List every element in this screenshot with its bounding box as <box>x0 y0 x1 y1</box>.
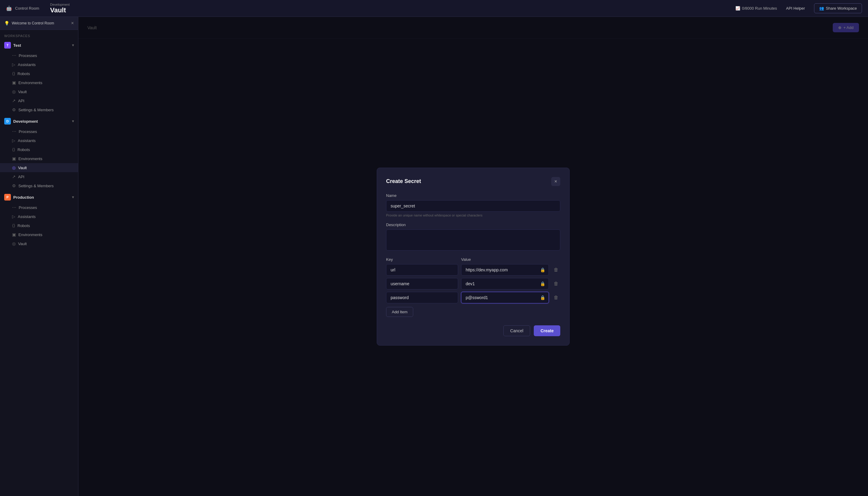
workspace-name-production: Production <box>13 195 69 200</box>
sidebar-item-prod-environments[interactable]: ▣ Environments <box>0 230 78 239</box>
workspace-group-development: D Development ▾ ⋯ Processes ▷ Assistants… <box>0 115 78 190</box>
sidebar-item-dev-processes[interactable]: ⋯ Processes <box>0 127 78 136</box>
chevron-down-icon: ▾ <box>72 195 74 199</box>
key-input-password[interactable] <box>386 292 458 303</box>
add-item-button[interactable]: Add Item <box>386 307 413 317</box>
vault-icon: ◎ <box>12 89 16 94</box>
sidebar-item-prod-robots[interactable]: ⟨⟩ Robots <box>0 221 78 230</box>
name-input[interactable] <box>386 200 560 212</box>
sidebar-item-test-robots[interactable]: ⟨⟩ Robots <box>0 69 78 78</box>
sidebar-item-dev-settings[interactable]: ⚙ Settings & Members <box>0 181 78 190</box>
sidebar-item-label: Assistants <box>18 214 35 219</box>
value-wrapper-url: 🔒 <box>461 264 549 276</box>
chevron-down-icon: ▾ <box>72 119 74 123</box>
notification-text: Welcome to Control Room <box>12 21 69 25</box>
content-area: Vault ⊕ + Add Create Secret × Name Provi… <box>78 17 868 496</box>
modal-overlay[interactable]: Create Secret × Name Provide an unique n… <box>78 17 868 496</box>
lock-icon-password[interactable]: 🔒 <box>540 295 545 300</box>
description-field-group: Description <box>386 222 560 252</box>
value-wrapper-username: 🔒 <box>461 278 549 290</box>
lock-icon-url[interactable]: 🔒 <box>540 267 545 272</box>
sidebar-item-label: Robots <box>17 148 30 152</box>
environments-icon: ▣ <box>12 232 16 237</box>
sidebar-item-test-settings[interactable]: ⚙ Settings & Members <box>0 105 78 114</box>
page-title-area: Development Vault <box>44 3 730 14</box>
processes-icon: ⋯ <box>12 129 16 134</box>
robots-icon: ⟨⟩ <box>12 223 15 228</box>
kv-header: Key Value <box>386 257 560 262</box>
sidebar-item-label: Robots <box>17 72 30 76</box>
workspace-header-test[interactable]: T Test ▾ <box>0 40 78 51</box>
sidebar-item-label: Vault <box>18 242 27 246</box>
sidebar-item-label: Settings & Members <box>18 108 54 112</box>
assistants-icon: ▷ <box>12 214 15 219</box>
delete-row-url-button[interactable]: 🗑 <box>552 266 560 274</box>
workspace-avatar-test: T <box>4 42 11 49</box>
top-header: 🤖 Control Room Development Vault 📈 0/800… <box>0 0 868 17</box>
value-input-password[interactable] <box>461 292 549 303</box>
value-input-url[interactable] <box>461 264 549 276</box>
sidebar-item-prod-assistants[interactable]: ▷ Assistants <box>0 212 78 221</box>
sidebar-item-label: Robots <box>17 223 30 228</box>
sidebar-item-prod-vault[interactable]: ◎ Vault <box>0 239 78 248</box>
processes-icon: ⋯ <box>12 53 16 58</box>
sidebar-item-dev-assistants[interactable]: ▷ Assistants <box>0 136 78 145</box>
sidebar-item-prod-processes[interactable]: ⋯ Processes <box>0 203 78 212</box>
api-icon: ↗ <box>12 174 16 179</box>
sidebar-item-label: Vault <box>18 166 27 170</box>
workspace-group-production: P Production ▾ ⋯ Processes ▷ Assistants … <box>0 191 78 248</box>
name-field-group: Name Provide an unique name without whit… <box>386 193 560 217</box>
robots-icon: ⟨⟩ <box>12 71 15 76</box>
value-input-username[interactable] <box>461 278 549 290</box>
description-label: Description <box>386 222 560 227</box>
modal-close-button[interactable]: × <box>551 177 560 186</box>
kv-row-password: 🔒 🗑 <box>386 292 560 303</box>
sidebar: 💡 Welcome to Control Room × Workspaces T… <box>0 17 78 496</box>
share-workspace-button[interactable]: 👥 Share Workspace <box>814 3 862 13</box>
sidebar-item-test-assistants[interactable]: ▷ Assistants <box>0 60 78 69</box>
environments-icon: ▣ <box>12 156 16 161</box>
workspace-name-development: Development <box>13 119 69 124</box>
create-button[interactable]: Create <box>534 325 560 336</box>
sidebar-item-label: API <box>18 174 25 179</box>
sidebar-item-label: Settings & Members <box>18 184 54 188</box>
share-workspace-label: Share Workspace <box>826 6 857 11</box>
settings-icon: ⚙ <box>12 107 16 112</box>
share-icon: 👥 <box>819 6 824 11</box>
workspace-header-development[interactable]: D Development ▾ <box>0 115 78 127</box>
workspace-name-test: Test <box>13 43 69 48</box>
sidebar-item-test-api[interactable]: ↗ API <box>0 96 78 105</box>
sidebar-item-dev-api[interactable]: ↗ API <box>0 172 78 181</box>
workspace-header-production[interactable]: P Production ▾ <box>0 191 78 203</box>
cancel-button[interactable]: Cancel <box>503 325 531 336</box>
app-icon: 🤖 <box>6 5 12 11</box>
sidebar-item-label: Environments <box>18 232 42 237</box>
lock-icon-username[interactable]: 🔒 <box>540 281 545 286</box>
sidebar-item-dev-environments[interactable]: ▣ Environments <box>0 154 78 163</box>
key-input-url[interactable] <box>386 264 458 276</box>
sidebar-item-test-environments[interactable]: ▣ Environments <box>0 78 78 87</box>
sidebar-item-test-processes[interactable]: ⋯ Processes <box>0 51 78 60</box>
name-label: Name <box>386 193 560 198</box>
app-brand: 🤖 Control Room <box>6 5 39 11</box>
sidebar-item-label: Processes <box>19 205 37 210</box>
run-minutes-icon: 📈 <box>736 6 740 11</box>
name-hint: Provide an unique name without whitespac… <box>386 214 560 217</box>
workspace-group-test: T Test ▾ ⋯ Processes ▷ Assistants ⟨⟩ Rob… <box>0 40 78 114</box>
notification-close-button[interactable]: × <box>71 20 74 26</box>
delete-row-username-button[interactable]: 🗑 <box>552 280 560 288</box>
sidebar-item-label: Assistants <box>18 138 35 143</box>
processes-icon: ⋯ <box>12 205 16 210</box>
description-input[interactable] <box>386 230 560 251</box>
sidebar-item-dev-vault[interactable]: ◎ Vault <box>0 163 78 172</box>
delete-row-password-button[interactable]: 🗑 <box>552 294 560 301</box>
api-helper-button[interactable]: API Helper <box>783 4 808 12</box>
notification-banner: 💡 Welcome to Control Room × <box>0 17 78 30</box>
run-minutes-text: 0/8000 Run Minutes <box>742 6 777 11</box>
key-input-username[interactable] <box>386 278 458 290</box>
sidebar-item-label: Processes <box>19 129 37 134</box>
sidebar-item-test-vault[interactable]: ◎ Vault <box>0 87 78 96</box>
sidebar-item-dev-robots[interactable]: ⟨⟩ Robots <box>0 145 78 154</box>
main-layout: 💡 Welcome to Control Room × Workspaces T… <box>0 17 868 496</box>
sidebar-item-label: Vault <box>18 90 27 94</box>
